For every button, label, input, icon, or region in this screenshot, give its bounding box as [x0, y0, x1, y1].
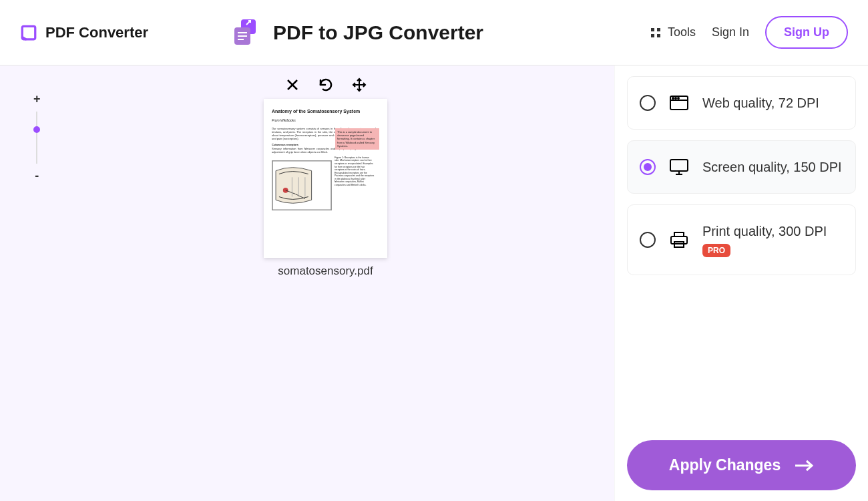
- nav: Tools Sign In Sign Up: [650, 16, 848, 49]
- pro-badge: PRO: [702, 244, 730, 257]
- svg-rect-7: [657, 28, 660, 31]
- header: PDF Converter PDF to JPG Converter Tools…: [0, 0, 868, 65]
- svg-rect-25: [671, 236, 687, 244]
- sidebar: Web quality, 72 DPI Screen quality, 150 …: [614, 65, 868, 501]
- preview-figure: [272, 160, 332, 210]
- pdf-to-jpg-icon: [232, 18, 261, 47]
- quality-label-print-wrap: Print quality, 300 DPI PRO: [702, 222, 827, 257]
- radio-print[interactable]: [640, 232, 656, 248]
- quality-option-print[interactable]: Print quality, 300 DPI PRO: [627, 204, 856, 275]
- canvas-area: + - Anatomy of the Somatosensory System …: [0, 65, 614, 501]
- quality-option-screen[interactable]: Screen quality, 150 DPI: [627, 140, 856, 194]
- apply-bar: Apply Changes: [627, 440, 856, 490]
- monitor-icon: [669, 158, 689, 176]
- zoom-in-button[interactable]: +: [33, 92, 41, 106]
- tools-button[interactable]: Tools: [650, 25, 696, 39]
- tools-label: Tools: [668, 25, 696, 39]
- document-toolbar: [285, 77, 367, 92]
- radio-screen[interactable]: [640, 159, 656, 175]
- svg-point-18: [672, 98, 674, 99]
- rotate-icon[interactable]: [318, 77, 333, 92]
- zoom-slider[interactable]: [36, 112, 37, 164]
- grid-icon: [650, 27, 661, 38]
- page-title: PDF to JPG Converter: [273, 21, 483, 44]
- svg-rect-8: [651, 34, 654, 37]
- brand-logo-icon: [20, 24, 37, 41]
- document-wrap: Anatomy of the Somatosensory System From…: [264, 77, 387, 278]
- arrow-right-icon: [794, 460, 814, 472]
- svg-rect-6: [651, 28, 654, 31]
- signin-link[interactable]: Sign In: [712, 25, 749, 39]
- svg-rect-21: [670, 160, 688, 171]
- radio-web[interactable]: [640, 95, 656, 111]
- apply-changes-button[interactable]: Apply Changes: [627, 440, 856, 490]
- zoom-thumb[interactable]: [33, 126, 40, 133]
- signup-button[interactable]: Sign Up: [765, 16, 848, 49]
- svg-point-20: [678, 98, 679, 99]
- printer-icon: [669, 231, 689, 248]
- preview-caption: Figure 1: Receptors in the human skin: M…: [335, 156, 375, 210]
- zoom-out-button[interactable]: -: [35, 169, 39, 183]
- quality-label-screen: Screen quality, 150 DPI: [702, 158, 842, 176]
- main: + - Anatomy of the Somatosensory System …: [0, 65, 868, 501]
- document-filename: somatosensory.pdf: [278, 265, 373, 278]
- apply-label: Apply Changes: [669, 456, 781, 474]
- browser-icon: [669, 94, 689, 112]
- quality-label-web: Web quality, 72 DPI: [702, 94, 819, 112]
- svg-point-19: [675, 98, 676, 99]
- preview-highlight: This is a sample document to showcase pa…: [335, 128, 379, 150]
- svg-rect-9: [657, 34, 660, 37]
- brand-text: PDF Converter: [45, 24, 148, 41]
- preview-subtitle: From Wikibooks: [272, 118, 379, 123]
- document-preview[interactable]: Anatomy of the Somatosensory System From…: [264, 99, 387, 258]
- page-title-wrap: PDF to JPG Converter: [232, 18, 483, 47]
- quality-label-print: Print quality, 300 DPI: [702, 222, 827, 240]
- close-icon[interactable]: [285, 77, 300, 92]
- brand[interactable]: PDF Converter: [20, 24, 148, 41]
- preview-title: Anatomy of the Somatosensory System: [272, 108, 379, 114]
- zoom-control: + -: [33, 92, 41, 183]
- quality-option-web[interactable]: Web quality, 72 DPI: [627, 76, 856, 130]
- move-icon[interactable]: [352, 77, 367, 92]
